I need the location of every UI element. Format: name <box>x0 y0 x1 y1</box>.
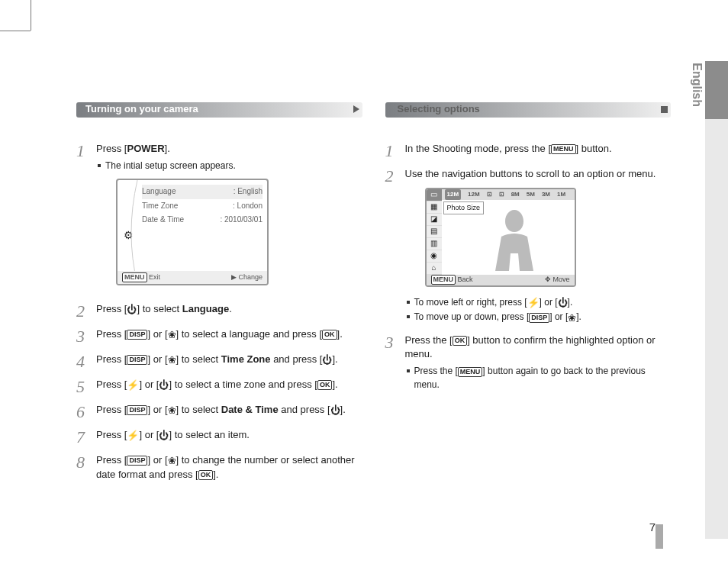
menu-icon: MENU <box>551 144 576 154</box>
sidebar-icon-wb: ▥ <box>427 238 442 250</box>
screen-sidebar: ▭ ▦ ◪ ▤ ▥ ◉ ⌂ <box>427 189 442 275</box>
heading-text: Selecting options <box>385 99 489 118</box>
triangle-icon <box>353 105 359 113</box>
person-silhouette-icon <box>488 206 541 275</box>
left-column: Turning on your camera 1 Press [POWER]. … <box>76 99 362 533</box>
sidebar-icon-size: ▭ <box>427 189 442 201</box>
flower-icon: ❀ <box>168 330 176 340</box>
disp-icon: DISP <box>529 313 549 323</box>
step-6: 6 Press [DISP] or [❀] to select Date & T… <box>76 403 362 421</box>
ok-icon: OK <box>322 330 337 340</box>
disp-icon: DISP <box>127 355 147 365</box>
ok-icon: OK <box>317 380 333 390</box>
sidebar-icon-ev: ◪ <box>427 214 442 226</box>
flower-icon: ❀ <box>168 456 176 466</box>
thumb-tab-rest <box>705 119 728 539</box>
sidebar-icon-face: ◉ <box>427 250 442 263</box>
step-body: Press [POWER]. The intial setup screen a… <box>96 142 362 295</box>
sidebar-icon-quality: ▦ <box>427 201 442 214</box>
bullet-icon <box>407 301 410 304</box>
flower-icon: ❀ <box>568 313 576 323</box>
footer-change: ▶ Change <box>231 272 263 282</box>
ok-icon: OK <box>198 470 214 480</box>
flower-icon: ❀ <box>168 405 176 415</box>
step-r3: 3 Press the [OK] button to confirm the h… <box>385 334 672 393</box>
footer-back: MENU Back <box>431 275 473 285</box>
gear-icon: ⚙ <box>124 227 134 243</box>
step-2: 2 Press [⏻] to select Language. <box>76 302 362 320</box>
timer-icon: ⏻ <box>330 405 340 415</box>
top-option-selected: 12M <box>445 189 462 200</box>
timer-icon: ⏻ <box>558 298 568 308</box>
ok-icon: OK <box>453 336 468 346</box>
setup-row-language: Language : English <box>142 185 263 199</box>
sidebar-icon-focus: ⌂ <box>427 263 442 275</box>
menu-icon: MENU <box>458 367 483 377</box>
steps-list-left: 1 Press [POWER]. The intial setup screen… <box>76 142 362 482</box>
step-4: 4 Press [DISP] or [❀] to select Time Zon… <box>76 353 362 370</box>
disp-icon: DISP <box>127 456 147 466</box>
step-r1: 1 In the Shooting mode, press the [MENU]… <box>385 142 672 160</box>
step-number: 1 <box>76 142 96 160</box>
square-icon <box>661 106 668 113</box>
sub-bullet-item: The intial setup screen appears. <box>98 160 362 172</box>
timer-icon: ⏻ <box>159 380 169 390</box>
bullet-icon <box>407 315 410 318</box>
flash-icon: ⚡ <box>127 430 139 440</box>
tooltip-photo-size: Photo Size <box>443 201 485 214</box>
setup-row-datetime: Date & Time : 2010/03/01 <box>142 213 263 227</box>
menu-icon: MENU <box>431 275 456 285</box>
disp-icon: DISP <box>127 405 147 415</box>
sidebar-icon-iso: ▤ <box>427 226 442 238</box>
bullet-icon <box>407 369 410 372</box>
section-heading-selecting-options: Selecting options <box>385 99 672 121</box>
step-5: 5 Press [⚡] or [⏻] to select a time zone… <box>76 378 362 395</box>
timer-icon: ⏻ <box>322 355 332 365</box>
page-number: 7 <box>649 520 656 533</box>
step-1: 1 Press [POWER]. The intial setup screen… <box>76 142 362 295</box>
step-8: 8 Press [DISP] or [❀] to change the numb… <box>76 453 362 482</box>
step-7: 7 Press [⚡] or [⏻] to select an item. <box>76 428 362 446</box>
heading-text: Turning on your camera <box>76 99 208 118</box>
right-column: Selecting options 1 In the Shooting mode… <box>385 99 672 533</box>
menu-icon: MENU <box>122 272 147 282</box>
flash-icon: ⚡ <box>527 298 540 308</box>
sub-bullet-item: To move left or right, press [⚡] or [⏻]. <box>407 296 672 309</box>
sub-bullet-item: Press the [MENU] button again to go back… <box>407 365 672 392</box>
language-tab-label: English <box>690 63 704 107</box>
setup-footer: MENU Exit ▶ Change <box>118 271 267 284</box>
bullet-icon <box>98 164 101 167</box>
shooting-screen-mock: ▭ ▦ ◪ ▤ ▥ ◉ ⌂ 12M 12M ⊡ ⊡ <box>425 188 576 287</box>
timer-icon: ⏻ <box>159 430 169 440</box>
timer-icon: ⏻ <box>127 305 137 314</box>
shoot-footer: MENU Back ✥ Move <box>427 275 575 285</box>
setup-screen-mock: ⚙ Language : English Time Zone : London <box>116 179 269 285</box>
section-heading-turning-on: Turning on your camera <box>76 99 362 121</box>
footer-move: ✥ Move <box>545 275 570 285</box>
page-number-bar <box>656 524 663 549</box>
step-r2: 2 Use the navigation buttons to scroll t… <box>385 167 672 326</box>
setup-row-timezone: Time Zone : London <box>142 199 263 214</box>
page-content: Turning on your camera 1 Press [POWER]. … <box>76 99 671 533</box>
thumb-tab-active <box>705 61 728 119</box>
footer-exit: MENU Exit <box>122 272 160 282</box>
sub-bullet-item: To move up or down, press [DISP] or [❀]. <box>407 311 672 324</box>
step-3: 3 Press [DISP] or [❀] to select a langua… <box>76 327 362 345</box>
disp-icon: DISP <box>127 330 147 340</box>
steps-list-right: 1 In the Shooting mode, press the [MENU]… <box>385 142 672 393</box>
screen-topbar: 12M 12M ⊡ ⊡ 8M 5M 3M 1M <box>442 189 575 200</box>
power-label: POWER <box>127 143 164 154</box>
flash-icon: ⚡ <box>127 380 139 390</box>
flower-icon: ❀ <box>168 355 176 365</box>
